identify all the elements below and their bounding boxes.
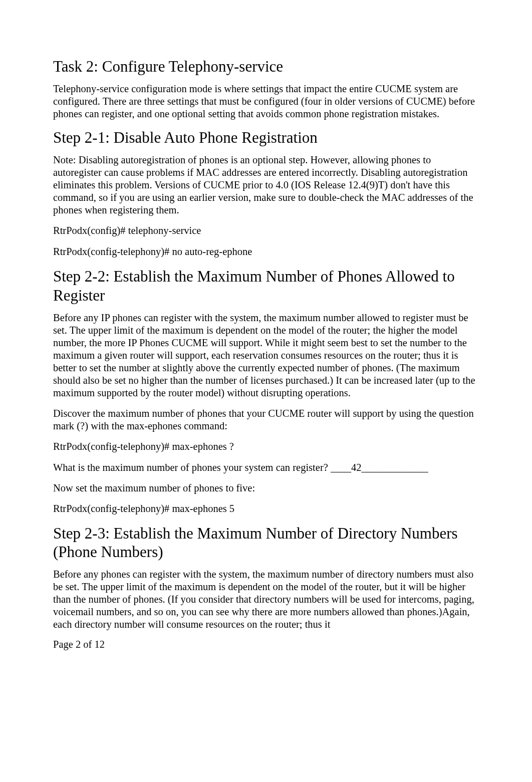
para2-b: ) with the [85,420,124,431]
step22-cmd1: RtrPodx(config-telephony)# max-ephones ? [53,440,479,453]
step22-para2: Discover the maximum number of phones th… [53,407,479,432]
step22-para1: Before any IP phones can register with t… [53,312,479,399]
step22-question: What is the maximum number of phones you… [53,461,479,474]
para2-c: command: [184,420,227,431]
step21-note: Note: Disabling autoregistration of phon… [53,154,479,216]
cmd-prompt: RtrPodx(config)# [53,225,126,236]
page-label: Page [53,639,73,650]
note-label: Note: [53,154,76,165]
para2-q: ? [80,420,85,431]
cmd-command: max-ephones 5 [169,503,234,514]
step21-heading: Step 2-1: Disable Auto Phone Registratio… [53,128,479,147]
cmd-prompt: RtrPodx(config-telephony)# [53,503,169,514]
step22-para3: Now set the maximum number of phones to … [53,482,479,494]
step21-cmd2: RtrPodx(config-telephony)# no auto-reg-e… [53,245,479,258]
page-of: of [81,639,94,650]
cmd-command: max-ephones ? [169,441,234,452]
cmd-prompt: RtrPodx(config-telephony)# [53,441,169,452]
page-footer: Page 2 of 12 [53,639,479,650]
step21-cmd1: RtrPodx(config)# telephony-service [53,224,479,237]
step22-cmd2: RtrPodx(config-telephony)# max-ephones 5 [53,502,479,515]
step23-para1: Before any phones can register with the … [53,568,479,631]
cmd-prompt: RtrPodx(config-telephony)# [53,246,169,257]
page-number: 2 [76,639,81,650]
step22-heading: Step 2-2: Establish the Maximum Number o… [53,267,479,304]
task2-heading: Task 2: Configure Telephony-service [53,57,479,76]
page-total: 12 [95,639,105,650]
cmd-command: telephony-service [126,225,201,236]
note-body: Disabling autoregistration of phones is … [53,154,473,215]
cmd-command: no auto-reg-ephone [169,246,252,257]
task2-intro: Telephony-service configuration mode is … [53,83,479,120]
step23-heading: Step 2-3: Establish the Maximum Number o… [53,524,479,561]
para2-cmd: max-ephones [124,420,184,431]
